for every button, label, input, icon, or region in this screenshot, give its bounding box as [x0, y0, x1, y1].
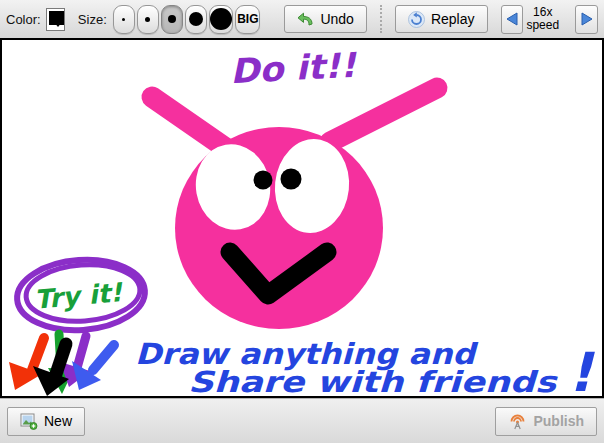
size-button-medium[interactable]	[161, 5, 183, 34]
bottom-toolbar: New Publish	[0, 398, 604, 443]
new-button[interactable]: New	[7, 407, 85, 436]
brush-dot-medium-icon	[168, 15, 176, 23]
arrow-purple-shaft	[77, 336, 86, 368]
publish-broadcast-icon	[508, 413, 527, 430]
undo-icon	[297, 12, 314, 27]
top-toolbar: Color: Size: BIG Undo Replay	[0, 0, 604, 40]
try-it-text: Try it!	[33, 277, 124, 315]
undo-label: Undo	[320, 11, 353, 27]
doodle-arrow-red	[9, 338, 44, 390]
new-image-icon	[20, 413, 38, 430]
creature-left-pupil	[254, 171, 273, 190]
replay-button[interactable]: Replay	[395, 5, 488, 33]
replay-label: Replay	[431, 11, 475, 27]
speed-indicator: 16x speed	[526, 6, 559, 32]
size-button-large[interactable]	[185, 5, 207, 34]
speed-increase-button[interactable]	[575, 5, 598, 34]
arrow-blue-shaft	[93, 345, 114, 370]
speed-label: speed	[526, 19, 559, 32]
speed-decrease-button[interactable]	[501, 5, 524, 34]
drawing-canvas[interactable]: Do it!! Try it!	[0, 40, 604, 398]
size-button-tiny[interactable]	[113, 5, 135, 34]
size-label: Size:	[78, 12, 107, 27]
brush-dot-small-icon	[145, 17, 150, 22]
color-label: Color:	[6, 12, 41, 27]
brush-dot-large-icon	[189, 12, 203, 26]
brush-dot-xlarge-icon	[210, 8, 232, 30]
left-arrow-icon	[506, 12, 518, 26]
new-label: New	[44, 413, 72, 429]
dropdown-arrow-icon	[54, 22, 62, 27]
undo-button[interactable]: Undo	[284, 5, 366, 33]
tagline-exclamation: !	[568, 341, 595, 396]
drawing-app: Color: Size: BIG Undo Replay	[0, 0, 604, 443]
doodle-artwork: Do it!! Try it!	[2, 40, 602, 396]
right-arrow-icon	[581, 12, 593, 26]
do-it-text: Do it!!	[229, 45, 358, 92]
replay-icon	[408, 11, 425, 28]
color-swatch-button[interactable]	[46, 8, 65, 31]
size-button-big[interactable]: BIG	[235, 5, 260, 34]
arrow-red-shaft	[32, 338, 44, 370]
publish-button[interactable]: Publish	[495, 407, 597, 436]
size-button-xlarge[interactable]	[209, 5, 233, 34]
brush-dot-tiny-icon	[122, 18, 125, 21]
tagline-line2: Share with friends	[188, 365, 558, 396]
creature-right-antenna	[330, 88, 437, 142]
creature-right-pupil	[281, 169, 302, 190]
size-button-small[interactable]	[137, 5, 159, 34]
toolbar-separator	[380, 5, 382, 33]
publish-label: Publish	[533, 413, 584, 429]
